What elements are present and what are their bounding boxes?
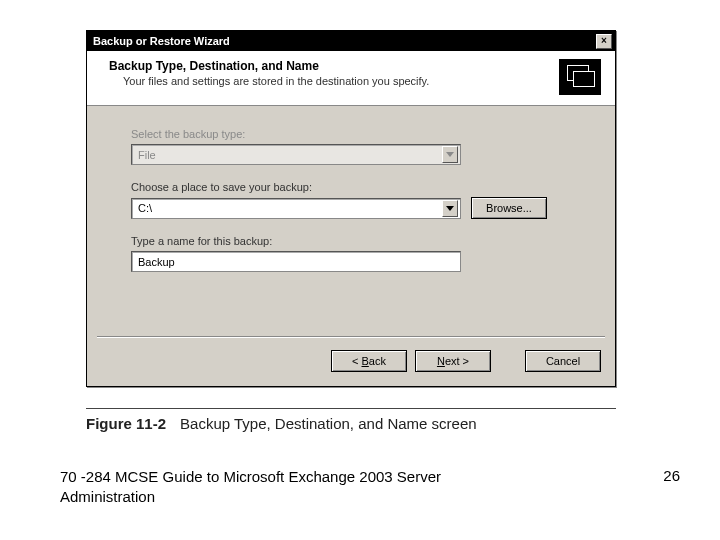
backup-type-group: Select the backup type: File xyxy=(131,128,581,165)
next-label: Next > xyxy=(437,355,469,367)
backup-type-dropdown-button xyxy=(442,146,458,163)
figure-text: Backup Type, Destination, and Name scree… xyxy=(180,415,477,432)
titlebar: Backup or Restore Wizard × xyxy=(87,31,615,51)
wizard-header-title: Backup Type, Destination, and Name xyxy=(109,59,549,73)
page-number: 26 xyxy=(663,467,680,484)
backup-name-label: Type a name for this backup: xyxy=(131,235,581,247)
browse-button[interactable]: Browse... xyxy=(471,197,547,219)
wizard-header-text: Backup Type, Destination, and Name Your … xyxy=(109,59,549,87)
figure-number: Figure 11-2 xyxy=(86,415,166,432)
backup-tape-icon xyxy=(559,59,601,95)
close-icon: × xyxy=(601,36,607,46)
book-title: 70 -284 MCSE Guide to Microsoft Exchange… xyxy=(60,467,480,506)
backup-place-label: Choose a place to save your backup: xyxy=(131,181,581,193)
wizard-header: Backup Type, Destination, and Name Your … xyxy=(87,51,615,106)
browse-label: Browse... xyxy=(486,202,532,214)
wizard-footer: < Back Next > Cancel xyxy=(87,338,615,386)
wizard-header-subtitle: Your files and settings are stored in th… xyxy=(123,75,549,87)
backup-type-label: Select the backup type: xyxy=(131,128,581,140)
chevron-down-icon xyxy=(446,206,454,211)
page-footer: 70 -284 MCSE Guide to Microsoft Exchange… xyxy=(60,467,680,506)
backup-type-combo: File xyxy=(131,144,461,165)
backup-place-group: Choose a place to save your backup: C:\ … xyxy=(131,181,581,219)
backup-place-dropdown-button[interactable] xyxy=(442,200,458,217)
chevron-down-icon xyxy=(446,152,454,157)
backup-name-value: Backup xyxy=(138,256,175,268)
next-button[interactable]: Next > xyxy=(415,350,491,372)
cancel-label: Cancel xyxy=(546,355,580,367)
figure-caption: Figure 11-2 Backup Type, Destination, an… xyxy=(86,408,616,432)
backup-type-value: File xyxy=(138,149,442,161)
backup-place-combo[interactable]: C:\ xyxy=(131,198,461,219)
wizard-window: Backup or Restore Wizard × Backup Type, … xyxy=(86,30,616,387)
backup-place-value: C:\ xyxy=(138,202,442,214)
wizard-body: Select the backup type: File Choose a pl… xyxy=(87,106,615,336)
back-button[interactable]: < Back xyxy=(331,350,407,372)
close-button[interactable]: × xyxy=(596,34,612,49)
cancel-button[interactable]: Cancel xyxy=(525,350,601,372)
back-label: < Back xyxy=(352,355,386,367)
backup-name-input[interactable]: Backup xyxy=(131,251,461,272)
backup-name-group: Type a name for this backup: Backup xyxy=(131,235,581,272)
window-title: Backup or Restore Wizard xyxy=(93,35,596,47)
